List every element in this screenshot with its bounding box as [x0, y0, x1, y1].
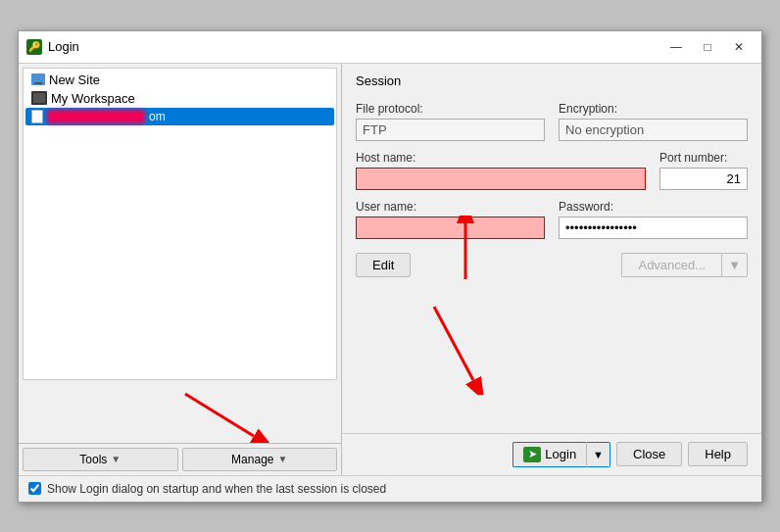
password-group: Password: — [559, 200, 748, 239]
password-input[interactable] — [559, 217, 748, 239]
site-tree[interactable]: New Site My Workspace om — [23, 68, 337, 380]
spacer-arrow-area — [356, 287, 748, 423]
blurred-suffix: om — [149, 110, 166, 123]
doc-icon — [31, 110, 43, 123]
svg-rect-0 — [32, 74, 44, 82]
password-label: Password: — [559, 200, 748, 214]
maximize-button[interactable]: □ — [693, 37, 722, 57]
host-port-row: Host name: Port number: — [356, 151, 748, 190]
manage-button[interactable]: Manage ▼ — [182, 448, 338, 471]
right-content: Session File protocol: Encryption: H — [342, 64, 761, 475]
startup-checkbox[interactable] — [28, 482, 41, 495]
close-window-button[interactable]: ✕ — [724, 37, 754, 57]
session-section-label: Session — [356, 73, 748, 88]
bottom-bar: Show Login dialog on startup and when th… — [19, 475, 761, 502]
advanced-split-group: Advanced... ▼ — [621, 253, 748, 277]
title-bar: 🔑 Login — □ ✕ — [19, 31, 761, 64]
port-number-label: Port number: — [659, 151, 748, 165]
encryption-label: Encryption: — [559, 102, 748, 116]
arrow-password — [426, 216, 505, 284]
window-controls: — □ ✕ — [661, 37, 754, 57]
main-content: New Site My Workspace om — [19, 64, 761, 475]
workspace-label: My Workspace — [51, 91, 135, 106]
file-protocol-label: File protocol: — [356, 102, 545, 116]
login-button[interactable]: ➤ Login — [512, 442, 586, 467]
window-title: Login — [48, 39, 79, 54]
tree-item-new-site[interactable]: New Site — [25, 71, 334, 89]
tree-item-selected[interactable]: om — [25, 108, 334, 125]
svg-rect-1 — [34, 82, 42, 84]
title-bar-left: 🔑 Login — [26, 39, 79, 55]
login-icon: ➤ — [523, 447, 541, 462]
login-dropdown-button[interactable]: ▼ — [586, 442, 610, 467]
user-password-row: User name: Password: — [356, 200, 748, 239]
new-site-icon — [31, 73, 45, 85]
startup-checkbox-label: Show Login dialog on startup and when th… — [47, 482, 386, 496]
tools-button[interactable]: Tools ▼ — [23, 448, 178, 471]
advanced-dropdown-button[interactable]: ▼ — [721, 253, 748, 277]
svg-line-7 — [434, 307, 473, 380]
encryption-group: Encryption: — [559, 102, 748, 141]
help-button[interactable]: Help — [688, 442, 748, 466]
workspace-icon — [31, 91, 47, 105]
arrow-login — [414, 297, 512, 395]
user-name-label: User name: — [356, 200, 545, 214]
left-panel: New Site My Workspace om — [19, 64, 342, 475]
svg-line-3 — [185, 394, 254, 436]
bottom-right-buttons: ➤ Login ▼ Close Help — [342, 433, 761, 475]
encryption-input[interactable] — [559, 119, 748, 141]
host-name-input[interactable] — [356, 168, 646, 190]
new-site-label: New Site — [49, 73, 100, 87]
manage-label: Manage — [231, 453, 273, 466]
host-name-label: Host name: — [356, 151, 646, 165]
arrow-left-panel — [175, 389, 273, 443]
host-name-group: Host name: — [356, 151, 646, 190]
login-split-group: ➤ Login ▼ — [512, 442, 610, 467]
close-button[interactable]: Close — [616, 442, 682, 466]
login-label: Login — [545, 447, 576, 461]
login-window: 🔑 Login — □ ✕ New Site — [18, 30, 762, 503]
right-panel: Session File protocol: Encryption: H — [342, 64, 761, 433]
advanced-button[interactable]: Advanced... — [621, 253, 721, 277]
manage-dropdown-arrow: ▼ — [277, 454, 287, 464]
port-number-input[interactable] — [659, 168, 748, 190]
tree-item-workspace[interactable]: My Workspace — [25, 89, 334, 108]
edit-button[interactable]: Edit — [356, 253, 411, 277]
tools-dropdown-arrow: ▼ — [111, 454, 121, 464]
file-protocol-input[interactable] — [356, 119, 545, 141]
file-protocol-group: File protocol: — [356, 102, 545, 141]
minimize-button[interactable]: — — [661, 37, 691, 57]
tools-label: Tools — [79, 453, 107, 466]
arrow-area-left — [19, 384, 341, 443]
protocol-encryption-row: File protocol: Encryption: — [356, 102, 748, 141]
window-icon: 🔑 — [26, 39, 42, 55]
left-toolbar: Tools ▼ Manage ▼ — [19, 443, 341, 475]
blurred-hostname — [47, 110, 145, 123]
port-number-group: Port number: — [659, 151, 748, 190]
edit-advanced-row: Edit Advanced... — [356, 253, 748, 277]
